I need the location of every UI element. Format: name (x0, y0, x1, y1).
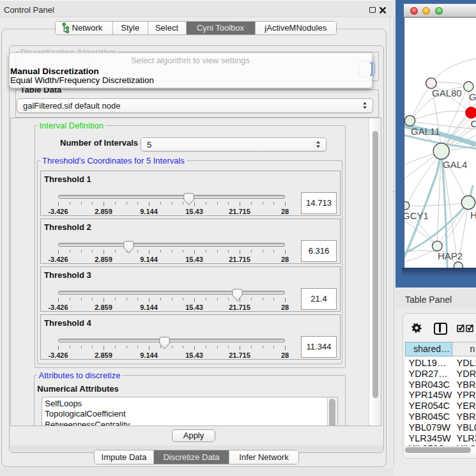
svg-text:GAL4: GAL4 (443, 159, 467, 170)
svg-text:HAP2: HAP2 (438, 250, 463, 261)
svg-text:GCY1: GCY1 (404, 210, 429, 221)
svg-text:G: G (469, 91, 476, 102)
svg-text:GAL11: GAL11 (411, 126, 440, 137)
svg-text:H: H (470, 210, 476, 220)
svg-text:C: C (470, 118, 476, 129)
svg-text:GAL80: GAL80 (432, 88, 462, 98)
